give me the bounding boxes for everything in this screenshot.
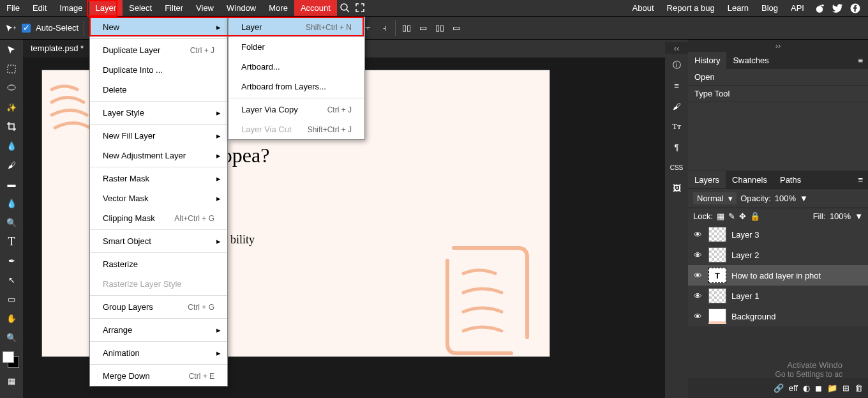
visibility-toggle-icon[interactable]: 👁: [692, 230, 703, 240]
opacity-value[interactable]: 100%: [775, 194, 796, 203]
distribute-h-icon[interactable]: ▯▯: [401, 22, 412, 34]
menu-item-group-layers[interactable]: Group LayersCtrl + G: [90, 297, 227, 317]
path-select-tool[interactable]: ↖: [3, 272, 20, 287]
document-tab[interactable]: template.psd *: [23, 40, 92, 57]
layer-row[interactable]: 👁Background: [688, 306, 868, 326]
fill-value[interactable]: 100%: [830, 211, 851, 221]
tab-layers[interactable]: Layers: [688, 171, 726, 188]
submenu-item-artboard-from-layers-[interactable]: Artboard from Layers...: [228, 77, 364, 96]
menu-account[interactable]: Account: [294, 0, 337, 16]
delete-layer-icon[interactable]: 🗑: [855, 383, 863, 393]
submenu-item-folder[interactable]: Folder: [228, 37, 364, 57]
menu-item-animation[interactable]: Animation▸: [90, 343, 227, 363]
visibility-toggle-icon[interactable]: 👁: [692, 291, 703, 301]
menu-file[interactable]: File: [0, 0, 26, 16]
layer-row[interactable]: 👁Layer 1: [688, 286, 868, 306]
visibility-toggle-icon[interactable]: 👁: [692, 250, 703, 260]
adjustments-panel-icon[interactable]: ≡: [667, 77, 686, 95]
layer-thumbnail[interactable]: T: [708, 268, 726, 283]
menu-filter[interactable]: Filter: [158, 0, 190, 16]
menu-view[interactable]: View: [190, 0, 220, 16]
menu-edit[interactable]: Edit: [26, 0, 53, 16]
brush-panel-icon[interactable]: 🖌: [667, 97, 686, 115]
image-panel-icon[interactable]: 🖼: [667, 179, 686, 197]
lock-move-icon[interactable]: ✥: [739, 211, 746, 221]
adjustment-icon[interactable]: ◼: [815, 383, 822, 393]
move-tool[interactable]: [3, 42, 20, 57]
menu-item-duplicate-into-[interactable]: Duplicate Into ...: [90, 60, 227, 80]
folder-icon[interactable]: 📁: [827, 383, 837, 393]
zoom-tool[interactable]: 🔍: [3, 330, 20, 345]
history-item[interactable]: Open: [688, 69, 868, 86]
layer-row[interactable]: 👁Layer 3: [688, 224, 868, 245]
panel-menu-icon[interactable]: ≡: [853, 56, 868, 65]
distribute-icon[interactable]: ▯▯: [434, 22, 445, 34]
quickmask-tool[interactable]: ▦: [3, 373, 20, 388]
menu-item-new-fill-layer[interactable]: New Fill Layer▸: [90, 126, 227, 146]
layer-name[interactable]: Layer 3: [731, 230, 759, 240]
menu-item-duplicate-layer[interactable]: Duplicate LayerCtrl + J: [90, 40, 227, 60]
menu-layer[interactable]: Layer: [89, 0, 123, 16]
reddit-icon[interactable]: [812, 1, 827, 16]
menu-select[interactable]: Select: [123, 0, 158, 16]
info-panel-icon[interactable]: ⓘ: [667, 56, 686, 74]
layer-name[interactable]: Layer 2: [731, 250, 759, 260]
lock-paint-icon[interactable]: ✎: [728, 211, 735, 221]
layer-thumbnail[interactable]: [708, 227, 726, 242]
facebook-icon[interactable]: [848, 1, 863, 16]
auto-select-checkbox[interactable]: ✓: [22, 24, 31, 33]
menu-item-arrange[interactable]: Arrange▸: [90, 320, 227, 340]
menu-item-layer-style[interactable]: Layer Style▸: [90, 103, 227, 123]
css-panel-icon[interactable]: CSS: [667, 158, 686, 176]
panel-collapse-arrows[interactable]: ››: [688, 40, 868, 51]
link-blog[interactable]: Blog: [756, 0, 783, 16]
magic-wand-tool[interactable]: ✨: [3, 100, 20, 115]
menu-item-smart-object[interactable]: Smart Object▸: [90, 231, 227, 251]
link-about[interactable]: About: [627, 0, 659, 16]
twitter-icon[interactable]: [830, 1, 845, 16]
visibility-toggle-icon[interactable]: 👁: [692, 312, 703, 321]
paragraph-panel-icon[interactable]: ¶: [667, 138, 686, 156]
visibility-toggle-icon[interactable]: 👁: [692, 271, 703, 280]
dodge-tool[interactable]: 🔍: [3, 215, 20, 230]
hand-tool[interactable]: ✋: [3, 310, 20, 326]
shape-tool[interactable]: ▭: [3, 291, 20, 307]
new-layer-icon[interactable]: ⊞: [842, 383, 849, 393]
layer-row[interactable]: 👁Layer 2: [688, 245, 868, 265]
submenu-item-layer[interactable]: LayerShift+Ctrl + N: [228, 17, 364, 37]
panel-menu-icon[interactable]: ≡: [853, 175, 868, 185]
search-icon[interactable]: [337, 0, 352, 15]
menu-image[interactable]: Image: [53, 0, 89, 16]
clone-tool[interactable]: ▬: [3, 176, 20, 192]
layer-thumbnail[interactable]: [708, 288, 726, 303]
pen-tool[interactable]: ✒: [3, 253, 20, 268]
eyedropper-tool[interactable]: 💧: [3, 138, 20, 153]
menu-item-merge-down[interactable]: Merge DownCtrl + E: [90, 366, 227, 386]
submenu-item-layer-via-cut[interactable]: Layer Via CutShift+Ctrl + J: [228, 119, 364, 139]
menu-more[interactable]: More: [262, 0, 294, 16]
align-bottom-icon[interactable]: ⫞: [378, 22, 390, 34]
panel-collapse-arrows[interactable]: ‹‹: [665, 42, 688, 54]
fullscreen-icon[interactable]: [352, 0, 368, 15]
type-tool[interactable]: T: [3, 234, 20, 249]
tab-swatches[interactable]: Swatches: [726, 52, 775, 69]
blend-mode-select[interactable]: Normal ▾: [693, 192, 737, 204]
crop-tool[interactable]: [3, 119, 20, 134]
lasso-tool[interactable]: [3, 80, 20, 96]
blur-tool[interactable]: 💧: [3, 195, 20, 211]
layer-name[interactable]: How to add layer in phot: [731, 271, 821, 280]
brush-tool[interactable]: 🖌: [3, 157, 20, 172]
menu-item-vector-mask[interactable]: Vector Mask▸: [90, 188, 227, 208]
lock-trans-icon[interactable]: ▦: [717, 211, 724, 221]
layer-name[interactable]: Background: [731, 312, 775, 321]
menu-item-rasterize-layer-style[interactable]: Rasterize Layer Style: [90, 274, 227, 294]
character-panel-icon[interactable]: Tт: [667, 118, 686, 135]
link-api[interactable]: API: [786, 0, 809, 16]
menu-item-rasterize[interactable]: Rasterize: [90, 254, 227, 274]
distribute-icon2[interactable]: ▭: [451, 22, 462, 34]
menu-item-new[interactable]: New▸: [90, 17, 227, 37]
history-item[interactable]: Type Tool: [688, 86, 868, 102]
tab-history[interactable]: History: [688, 52, 726, 69]
menu-item-clipping-mask[interactable]: Clipping MaskAlt+Ctrl + G: [90, 208, 227, 228]
link-reportbug[interactable]: Report a bug: [662, 0, 720, 16]
